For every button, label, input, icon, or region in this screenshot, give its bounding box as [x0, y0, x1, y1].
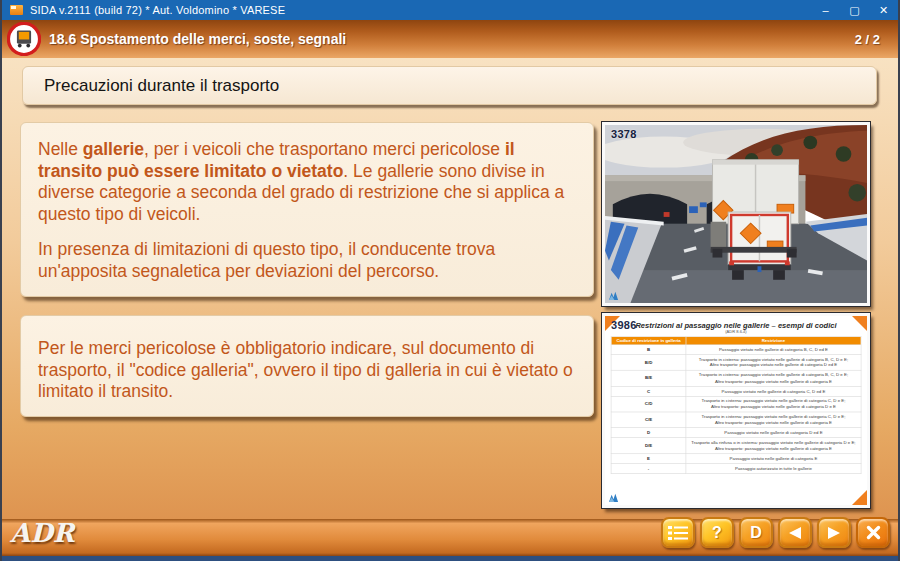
restriction-cell: Passaggio vietato nelle gallerie di cate… [686, 345, 861, 355]
close-icon [866, 525, 881, 540]
code-cell: B/E [611, 370, 686, 386]
help-button[interactable]: ? [700, 517, 734, 548]
page-indicator: 2 / 2 [855, 32, 880, 47]
restriction-cell: Trasporto alla rinfusa o in cisterna: pa… [686, 438, 861, 454]
dangerous-goods-sign-icon [7, 22, 41, 56]
table-row: B/ETrasporto in cisterna: passaggio viet… [611, 370, 861, 386]
corner-triangle-icon [852, 316, 867, 331]
arrow-right-icon [826, 526, 842, 540]
table-row: D/ETrasporto alla rinfusa o in cisterna:… [611, 438, 861, 454]
restriction-cell: Trasporto in cisterna: passaggio vietato… [686, 355, 861, 371]
table-row: -Passaggio autorizzato in tutte le galle… [611, 463, 861, 473]
tunnel-truck-photo[interactable]: 3378 [602, 122, 870, 306]
photo-number: 3378 [611, 128, 637, 140]
application-window: SIDA v.2111 (build 72) * Aut. Voldomino … [0, 0, 900, 561]
tunnel-codes-table-image[interactable]: 3986 Restrizioni al passaggio nelle gall… [602, 313, 870, 508]
table-row: CPassaggio vietato nelle gallerie di cat… [611, 386, 861, 396]
codes-table: Codice di restrizione in galleria Restri… [611, 336, 861, 473]
lesson-header: 18.6 Spostamento delle merci, soste, seg… [2, 20, 898, 58]
table-image-number: 3986 [611, 319, 637, 331]
restriction-cell: Trasporto in cisterna: passaggio vietato… [686, 412, 861, 428]
text-box-tunnel-code: Per le merci pericolose è obbligatorio i… [20, 315, 594, 417]
column-header-code: Codice di restrizione in galleria [611, 337, 686, 345]
table-row: B/DTrasporto in cisterna: passaggio viet… [611, 355, 861, 371]
paragraph: In presenza di limitazioni di questo tip… [38, 239, 579, 282]
app-icon [10, 5, 23, 15]
minimize-button[interactable]: – [811, 0, 840, 20]
table-row: C/DTrasporto in cisterna: passaggio viet… [611, 396, 861, 412]
restriction-cell: Passaggio vietato nelle gallerie di cate… [686, 454, 861, 464]
codes-table-subtitle: (ADR 8.6.4) [611, 330, 861, 334]
code-cell: D [611, 428, 686, 438]
window-title: SIDA v.2111 (build 72) * Aut. Voldomino … [30, 4, 285, 16]
previous-page-button[interactable] [778, 517, 812, 548]
next-page-button[interactable] [817, 517, 851, 548]
restriction-cell: Trasporto in cisterna: passaggio vietato… [686, 396, 861, 412]
restriction-cell: Passaggio vietato nelle gallerie di cate… [686, 428, 861, 438]
table-row: C/ETrasporto in cisterna: passaggio viet… [611, 412, 861, 428]
close-window-button[interactable]: ✕ [869, 0, 898, 20]
arrow-left-icon [787, 526, 803, 540]
exit-button[interactable] [856, 517, 890, 548]
code-cell: B [611, 345, 686, 355]
code-cell: - [611, 463, 686, 473]
paragraph: Per le merci pericolose è obbligatorio i… [38, 338, 579, 403]
restriction-cell: Passaggio vietato nelle gallerie di cate… [686, 386, 861, 396]
footer-bar: ADR ? D [2, 519, 898, 561]
window-controls: – ▢ ✕ [811, 0, 898, 20]
page-title: Precauzioni durante il trasporto [23, 76, 279, 96]
dictionary-button[interactable]: D [739, 517, 773, 548]
code-cell: B/D [611, 355, 686, 371]
tunnel-truck-illustration [605, 125, 867, 303]
code-cell: E [611, 454, 686, 464]
corner-triangle-icon [852, 490, 867, 505]
table-row: BPassaggio vietato nelle gallerie di cat… [611, 345, 861, 355]
page-title-box: Precauzioni durante il trasporto [22, 66, 877, 105]
codes-table-body: BPassaggio vietato nelle gallerie di cat… [611, 345, 861, 474]
text-box-tunnels: Nelle gallerie, per i veicoli che traspo… [20, 122, 594, 297]
table-row: EPassaggio vietato nelle gallerie di cat… [611, 454, 861, 464]
table-row: DPassaggio vietato nelle gallerie di cat… [611, 428, 861, 438]
index-button[interactable] [661, 517, 695, 548]
restriction-cell: Passaggio autorizzato in tutte le galler… [686, 463, 861, 473]
code-cell: D/E [611, 438, 686, 454]
maximize-button[interactable]: ▢ [840, 0, 869, 20]
codes-table-title: Restrizioni al passaggio nelle gallerie … [611, 321, 861, 330]
code-cell: C/E [611, 412, 686, 428]
navigation-buttons: ? D [661, 517, 890, 548]
window-titlebar: SIDA v.2111 (build 72) * Aut. Voldomino … [2, 0, 898, 20]
paragraph: Nelle gallerie, per i veicoli che traspo… [38, 139, 579, 225]
lesson-title: 18.6 Spostamento delle merci, soste, seg… [49, 31, 346, 47]
adr-logo: ADR [10, 520, 74, 546]
content-area: Precauzioni durante il trasporto Nelle g… [2, 58, 898, 519]
column-header-restriction: Restrizione [686, 337, 861, 345]
list-icon [667, 524, 689, 542]
code-cell: C [611, 386, 686, 396]
watermark-icon [608, 492, 619, 503]
watermark-icon [608, 290, 619, 301]
restriction-cell: Trasporto in cisterna: passaggio vietato… [686, 370, 861, 386]
code-cell: C/D [611, 396, 686, 412]
codes-table-wrapper: Restrizioni al passaggio nelle gallerie … [605, 316, 867, 474]
